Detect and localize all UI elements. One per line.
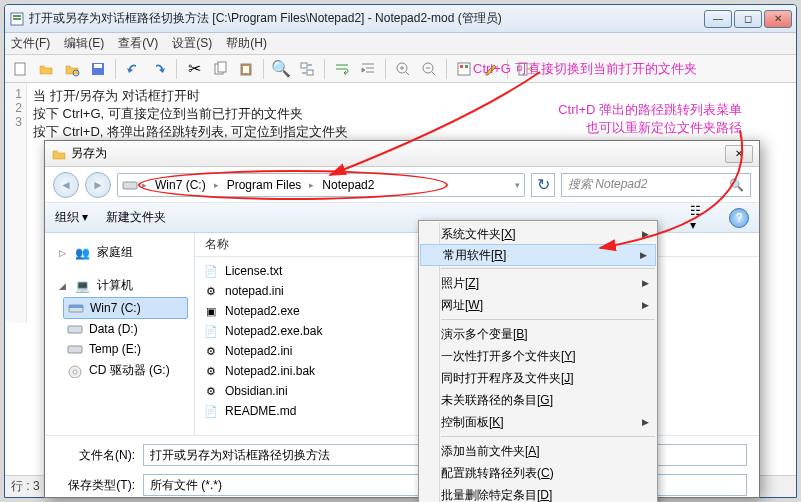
zoom-out-icon[interactable] [418,58,440,80]
nav-back-button[interactable]: ◄ [53,172,79,198]
file-icon: ⚙ [203,283,219,299]
redo-icon[interactable] [148,58,170,80]
disk-icon [67,342,83,356]
cd-icon [67,364,83,378]
new-icon[interactable] [9,58,31,80]
wordwrap-icon[interactable] [331,58,353,80]
file-icon: 📄 [203,323,219,339]
dialog-titlebar: 另存为 ✕ [45,141,759,167]
dialog-title: 另存为 [71,145,107,162]
copy-icon[interactable] [209,58,231,80]
search-input[interactable]: 搜索 Notepad2 🔍 [561,173,751,197]
nav-row: ◄ ► ▸ Win7 (C:) ▸ Program Files ▸ Notepa… [45,167,759,203]
sidebar-drive-e[interactable]: Temp (E:) [63,339,188,359]
sidebar-drive-c[interactable]: Win7 (C:) [63,297,188,319]
maximize-button[interactable]: ◻ [734,10,762,28]
help-button[interactable]: ? [729,208,749,228]
file-icon: 📄 [203,263,219,279]
line-gutter: 1 2 3 [5,83,27,323]
svg-rect-17 [465,65,468,68]
app-icon [9,11,25,27]
sidebar-computer[interactable]: ◢ 💻 计算机 [51,274,188,297]
homegroup-icon: 👥 [75,246,91,260]
svg-rect-23 [68,346,82,353]
annotation-ctrl-g: Ctrl+G 可直接切换到当前打开的文件夹 [473,60,697,78]
dialog-close-button[interactable]: ✕ [725,145,753,163]
file-icon: ▣ [203,303,219,319]
crumb-2[interactable]: Notepad2 [318,178,378,192]
file-icon: ⚙ [203,383,219,399]
menu-item[interactable]: 批量删除特定条目[D] [419,484,657,502]
undo-icon[interactable] [122,58,144,80]
search-placeholder: 搜索 Notepad2 [568,176,647,193]
menu-edit[interactable]: 编辑(E) [64,35,104,52]
svg-rect-19 [123,182,137,189]
window-title: 打开或另存为对话框路径切换方法 [C:\Program Files\Notepa… [29,10,704,27]
open-icon[interactable] [35,58,57,80]
svg-rect-6 [94,64,102,68]
menu-item[interactable]: 未关联路径的条目[G] [419,389,657,411]
computer-icon: 💻 [75,279,91,293]
file-icon: ⚙ [203,363,219,379]
save-icon[interactable] [87,58,109,80]
menu-item[interactable]: 同时打开程序及文件夹[J] [419,367,657,389]
folder-icon [51,146,67,162]
menu-item[interactable]: 常用软件[R]▶ [420,244,656,266]
file-icon: 📄 [203,403,219,419]
path-jump-menu: 系统文件夹[X]▶常用软件[R]▶照片[Z]▶网址[W]▶演示多个变量[B]一次… [418,220,658,502]
svg-rect-12 [307,70,313,75]
indent-icon[interactable] [357,58,379,80]
menu-help[interactable]: 帮助(H) [226,35,267,52]
disk-icon [67,322,83,336]
menubar: 文件(F) 编辑(E) 查看(V) 设置(S) 帮助(H) [5,33,796,55]
svg-rect-21 [69,305,83,308]
svg-rect-8 [218,62,226,72]
sidebar-drive-d[interactable]: Data (D:) [63,319,188,339]
menu-view[interactable]: 查看(V) [118,35,158,52]
file-icon: ⚙ [203,343,219,359]
scheme-icon[interactable] [453,58,475,80]
sidebar-drive-cd[interactable]: CD 驱动器 (G:) [63,359,188,382]
drive-icon [122,178,138,192]
crumb-0[interactable]: Win7 (C:) [151,178,210,192]
nav-forward-button[interactable]: ► [85,172,111,198]
disk-icon [68,301,84,315]
svg-rect-11 [301,63,307,68]
filetype-label: 保存类型(T): [57,477,135,494]
svg-point-25 [73,370,77,374]
menu-item[interactable]: 配置跳转路径列表(C) [419,462,657,484]
menu-item[interactable]: 网址[W]▶ [419,294,657,316]
paste-icon[interactable] [235,58,257,80]
filename-label: 文件名(N): [57,447,135,464]
organize-button[interactable]: 组织 ▾ [55,209,88,226]
svg-rect-10 [243,66,249,73]
menu-item[interactable]: 添加当前文件夹[A] [419,440,657,462]
sidebar-homegroup[interactable]: ▷ 👥 家庭组 [51,241,188,264]
cut-icon[interactable]: ✂ [183,58,205,80]
find-icon[interactable]: 🔍 [270,58,292,80]
menu-item[interactable]: 系统文件夹[X]▶ [419,223,657,245]
menu-item[interactable]: 演示多个变量[B] [419,323,657,345]
breadcrumb[interactable]: ▸ Win7 (C:) ▸ Program Files ▸ Notepad2 ▾ [117,173,525,197]
minimize-button[interactable]: — [704,10,732,28]
svg-rect-2 [13,18,21,20]
browse-icon[interactable] [61,58,83,80]
menu-settings[interactable]: 设置(S) [172,35,212,52]
view-mode-button[interactable]: ☷ ▾ [689,207,711,229]
zoom-in-icon[interactable] [392,58,414,80]
close-button[interactable]: ✕ [764,10,792,28]
search-icon: 🔍 [729,178,744,192]
menu-file[interactable]: 文件(F) [11,35,50,52]
titlebar: 打开或另存为对话框路径切换方法 [C:\Program Files\Notepa… [5,5,796,33]
breadcrumb-dropdown-icon[interactable]: ▾ [515,180,520,190]
menu-item[interactable]: 一次性打开多个文件夹[Y] [419,345,657,367]
crumb-1[interactable]: Program Files [223,178,306,192]
toolbar: ✂ 🔍 Ctrl+G 可直接切换到当前打开的文件夹 [5,55,796,83]
annotation-ctrl-d: Ctrl+D 弹出的路径跳转列表菜单 也可以重新定位文件夹路径 [558,101,742,137]
new-folder-button[interactable]: 新建文件夹 [106,209,166,226]
refresh-button[interactable]: ↻ [531,173,555,197]
replace-icon[interactable] [296,58,318,80]
svg-rect-15 [458,63,470,75]
menu-item[interactable]: 控制面板[K]▶ [419,411,657,433]
menu-item[interactable]: 照片[Z]▶ [419,272,657,294]
